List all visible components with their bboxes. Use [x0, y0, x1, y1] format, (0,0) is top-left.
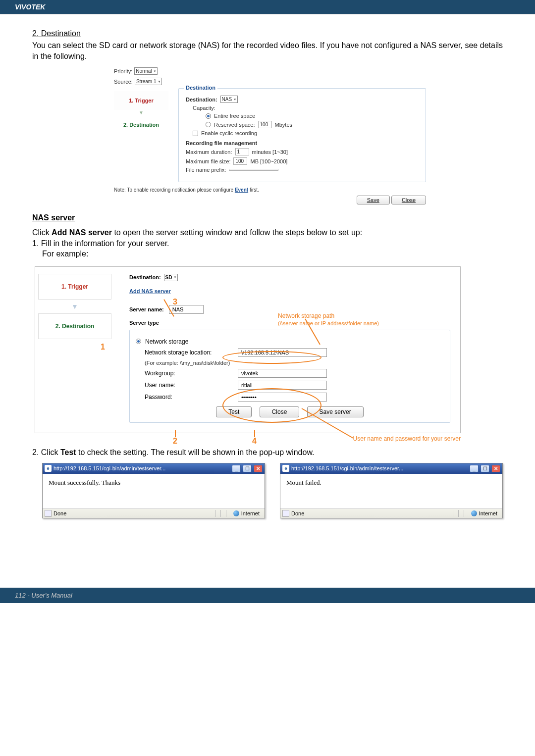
step-arrow-icon: ▼ [114, 110, 168, 115]
test-bold: Test [60, 448, 76, 456]
annotation-2: 2 [173, 437, 177, 446]
nas-server-heading: NAS server [32, 213, 503, 222]
page-icon [282, 510, 289, 517]
pass-label: Password: [145, 394, 234, 401]
status-done: Done [291, 510, 304, 516]
step2-destination[interactable]: 2. Destination [38, 313, 111, 339]
event-link[interactable]: Event [235, 187, 248, 193]
page-header: VIVOTEK [0, 0, 535, 14]
annotation-1: 1 [101, 343, 105, 352]
recording-file-mgmt-label: Recording file management [186, 140, 419, 146]
step-trigger[interactable]: 1. Trigger [114, 91, 168, 110]
radio-reserved[interactable] [206, 122, 211, 127]
workgroup-input[interactable]: vivotek [238, 369, 327, 378]
page-footer: 112 - User's Manual [0, 588, 535, 603]
reserved-input[interactable]: 100 [258, 121, 272, 128]
popup-fail: e http://192.168.5.151/cgi-bin/admin/tes… [280, 463, 503, 518]
nas-step1: 1. Fill in the information for your serv… [32, 238, 503, 249]
maximize-button[interactable]: ☐ [243, 465, 252, 472]
brand-name: VIVOTEK [15, 3, 45, 11]
maxdur-label: Maximum duration: [186, 149, 232, 155]
maxsize-input[interactable]: 100 [233, 157, 247, 165]
recording-note: Note: To enable recording notification p… [114, 187, 426, 193]
destination-legend: Destination [184, 85, 217, 91]
annotation-path-title: Network storage path [278, 312, 334, 319]
add-nas-link[interactable]: Add NAS server [129, 288, 171, 294]
note-pre: Note: To enable recording notification p… [114, 187, 235, 193]
status-internet: Internet [241, 510, 260, 516]
test-instruction: 2. Click Test to check the setting. The … [32, 447, 503, 458]
titlebar-success: e http://192.168.5.151/cgi-bin/admin/tes… [43, 463, 265, 474]
network-storage-label: Network storage [145, 338, 188, 345]
prefix-label: File name prefix: [186, 167, 226, 173]
footer-text: 112 - User's Manual [15, 592, 72, 599]
capacity-label: Capacity: [193, 105, 215, 111]
checkbox-cyclic[interactable] [193, 131, 198, 136]
save-button[interactable]: Save [357, 196, 390, 204]
statusbar-success: Done Internet [43, 508, 265, 518]
nas-line1-pre: Click [32, 228, 52, 237]
popup-body-fail: Mount failed. [280, 474, 502, 508]
internet-icon [471, 510, 477, 516]
reserved-label: Reserved space: [214, 122, 255, 128]
reserved-unit: Mbytes [275, 122, 292, 128]
close-button[interactable]: Close [391, 196, 426, 204]
radio-entire-free[interactable] [206, 113, 211, 119]
server-name-label: Server name: [129, 306, 164, 312]
maxdur-input[interactable]: 1 [235, 148, 249, 155]
test-pre: 2. Click [32, 448, 60, 456]
annotation-line-2 [175, 430, 176, 437]
loc-label: Network storage location: [145, 349, 234, 356]
annotation-3: 3 [173, 298, 177, 306]
minimize-button[interactable]: _ [470, 465, 479, 472]
destination-label: Destination: [186, 97, 217, 102]
maximize-button[interactable]: ☐ [481, 465, 489, 472]
status-internet: Internet [479, 510, 497, 516]
nas-line1-post: to open the server setting window and fo… [112, 228, 362, 237]
maxdur-unit: minutes [1~30] [252, 149, 288, 155]
popup-body-success: Mount successfully. Thanks [43, 474, 265, 508]
window-close-button[interactable]: ✕ [254, 465, 263, 472]
nas-example-label: For example: [42, 249, 503, 259]
entire-free-label: Entire free space [214, 113, 255, 119]
annotation-4: 4 [252, 437, 257, 446]
destination-select[interactable]: NAS [220, 96, 238, 103]
popup-url-fail: http://192.168.5.151/cgi-bin/admin/tests… [291, 465, 468, 471]
step2-arrow-icon: ▼ [38, 300, 111, 313]
page-icon [45, 510, 52, 517]
maxsize-unit: MB [100~2000] [250, 158, 287, 164]
prefix-input[interactable] [229, 169, 278, 171]
status-done: Done [54, 510, 66, 516]
annotation-line-4 [254, 430, 255, 437]
titlebar-fail: e http://192.168.5.151/cgi-bin/admin/tes… [280, 463, 502, 474]
radio-network-storage[interactable] [136, 339, 141, 344]
internet-icon [233, 510, 239, 516]
source-select[interactable]: Stream 1 [135, 78, 162, 85]
source-label: Source: [114, 79, 133, 85]
annotation-userpass-text: User name and password for your server [35, 435, 461, 442]
screenshot-add-nas: 1. Trigger ▼ 2. Destination Destination:… [35, 266, 461, 433]
dest2-select[interactable]: SD [164, 274, 178, 281]
section-title-destination: 2. Destination [32, 29, 503, 38]
test-post: to check the setting. The result will be… [76, 448, 315, 456]
maxsize-label: Maximum file size: [186, 158, 230, 164]
popup-url-success: http://192.168.5.151/cgi-bin/admin/tests… [54, 465, 230, 471]
dest2-label: Destination: [129, 274, 161, 280]
destination-fieldset: Destination Destination: NAS Capacity: E… [178, 88, 426, 182]
step-destination[interactable]: 2. Destination [114, 115, 168, 134]
window-close-button[interactable]: ✕ [491, 465, 500, 472]
popup-success: e http://192.168.5.151/cgi-bin/admin/tes… [42, 463, 265, 518]
step2-trigger[interactable]: 1. Trigger [38, 274, 111, 300]
annotation-oval-userpass [222, 388, 321, 423]
annotation-oval-location [222, 351, 321, 364]
ie-icon: e [282, 465, 289, 472]
user-label: User name: [145, 382, 234, 389]
screenshot-destination-panel: Priority: Normal Source: Stream 1 1. Tri… [109, 67, 426, 204]
nas-instruction-line1: Click Add NAS server to open the server … [32, 227, 503, 238]
note-post: first. [248, 187, 259, 193]
cyclic-label: Enable cyclic recording [201, 130, 257, 136]
minimize-button[interactable]: _ [232, 465, 241, 472]
annotation-path-sub: (\\server name or IP address\folder name… [278, 320, 379, 326]
destination-paragraph: You can select the SD card or network st… [32, 40, 503, 61]
priority-select[interactable]: Normal [134, 67, 158, 75]
